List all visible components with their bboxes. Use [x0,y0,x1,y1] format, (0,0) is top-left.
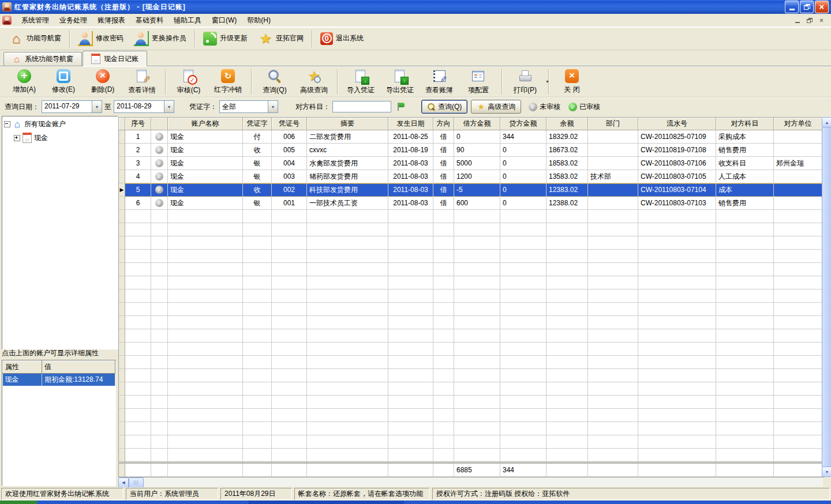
empty-cell [433,343,454,356]
dropdown-arrow-icon[interactable]: ▼ [545,80,549,84]
config-button[interactable]: 项配置 [459,68,498,96]
empty-cell [716,343,774,356]
column-header-serial[interactable]: 流水号 [638,118,716,130]
voucher-word-select[interactable]: 全部 [219,100,278,113]
chevron-down-icon[interactable] [164,101,174,112]
table-row[interactable]: ▶5现金收002科技部发货费用2011-08-03借-5012383.02CW-… [119,183,822,197]
tree-item-all-cash-accounts[interactable]: 所有现金账户 [3,118,117,131]
scroll-down-icon[interactable] [822,467,831,477]
column-header-debit[interactable]: 借方金额 [454,118,500,130]
empty-cell [151,382,168,396]
minimize-button[interactable] [785,1,799,13]
mdi-close-button[interactable]: × [817,16,826,25]
menu-item[interactable]: 帮助(H) [242,14,276,27]
closebig-button[interactable]: 关 闭 [552,68,592,96]
print-button[interactable]: 打印(P)▼ [506,68,545,96]
flag-icon[interactable] [396,101,405,112]
column-header-unit[interactable]: 对方单位 [774,118,822,130]
prop-cell: 期初金额:13128.74 [42,374,115,386]
column-header-balance[interactable]: 余额 [546,118,588,130]
table-row[interactable]: 3现金银004水禽部发货费用2011-08-03借5000018583.02CW… [119,157,822,170]
empty-cell [774,250,822,263]
audit-button[interactable]: 审核(C) [169,68,208,96]
query-date-label: 查询日期： [5,102,39,112]
add-button[interactable]: 增加(A) [5,68,44,96]
close-button[interactable] [815,1,829,13]
column-header-no[interactable]: 凭证号 [272,118,307,130]
exit-button[interactable]: 退出系统 [315,30,369,47]
column-header-seq[interactable]: 序号 [125,118,151,130]
update-button[interactable]: 升级更新 [198,29,253,48]
mdi-minimize-button[interactable] [792,16,802,25]
chevron-down-icon[interactable] [268,101,278,112]
redflush-button[interactable]: 红字冲销 [208,68,248,96]
chevron-down-icon[interactable] [92,101,102,112]
column-header-summary[interactable]: 摘要 [307,118,388,130]
delete-button[interactable]: 删除(D) [83,68,122,96]
menu-item[interactable]: 基础资料 [130,14,169,27]
column-header-check[interactable] [151,118,168,130]
operator-button[interactable]: 更换操作员 [129,29,192,48]
export-button[interactable]: 导出凭证 [380,68,420,96]
menu-item[interactable]: 账簿报表 [92,14,130,27]
mdi-restore-button[interactable] [804,16,814,25]
query-button[interactable]: 查询(Q) [421,100,467,114]
empty-cell [243,435,272,449]
column-header-credit[interactable]: 贷方金额 [500,118,546,130]
website-button[interactable]: 亚拓官网 [253,29,309,48]
menu-item[interactable]: 系统管理 [16,14,54,27]
unaudited-label: 未审核 [540,102,560,112]
column-header-dir[interactable]: 方向 [433,118,454,130]
row-indicator [119,144,125,157]
vertical-scroll-thumb[interactable] [822,127,831,467]
restore-button[interactable] [800,1,814,13]
horizontal-scrollbar[interactable] [118,477,823,487]
empty-cell [500,329,546,343]
empty-cell [243,316,272,329]
column-header-word[interactable]: 凭证字 [243,118,272,130]
empty-cell [454,396,500,409]
edit-button[interactable]: 修改(E) [44,68,83,96]
button-label: 功能导航窗 [27,33,61,43]
password-button[interactable]: 修改密码 [73,29,129,48]
empty-cell [272,263,307,276]
menu-item[interactable]: 窗口(W) [207,14,242,27]
empty-cell [243,210,272,223]
cell-debit: 1200 [454,170,500,183]
tab-cash-journal[interactable]: 现金日记账 [83,51,147,66]
minus-expander-icon[interactable] [4,121,10,127]
advanced-query-button[interactable]: 高级查询 [471,100,521,114]
search-button[interactable]: 查询(Q) [255,68,294,96]
table-row[interactable]: 2现金收005cxvxc2011-08-19借90018673.02CW-201… [119,144,822,157]
date-to-select[interactable]: 2011-08-29 [114,100,174,113]
menu-item[interactable]: 辅助工具 [169,14,207,27]
home-button[interactable]: 功能导航窗 [3,29,66,48]
column-header-account[interactable]: 账户名称 [168,118,243,130]
plus-expander-icon[interactable] [14,135,20,141]
column-header-opposite[interactable]: 对方科目 [716,118,774,130]
tree-item-cash[interactable]: 现金 [13,131,117,145]
date-from-select[interactable]: 2011-07-29 [42,100,102,113]
advsearch-button[interactable]: 高级查询 [294,68,334,96]
book-button[interactable]: 查看账簿 [420,68,459,96]
scroll-left-icon[interactable] [118,477,129,488]
empty-cell [716,422,774,435]
row-indicator [119,449,125,462]
column-header-dept[interactable]: 部门 [588,118,638,130]
table-row[interactable]: 4现金银003猪药部发货费用2011-08-03借1200013583.02技术… [119,170,822,183]
prop-row[interactable]: 现金期初金额:13128.74 [3,374,115,386]
table-row[interactable]: 6现金银001一部技术员工资2011-08-03借600012388.02CW-… [119,197,822,210]
empty-cell [716,409,774,422]
detail-button[interactable]: 查看详情 [122,68,162,96]
table-row[interactable]: 1现金付006二部发货费用2011-08-25借034418329.02CW-2… [119,130,822,144]
column-header-date[interactable]: 发生日期 [388,118,433,130]
vertical-scrollbar[interactable] [822,117,831,477]
empty-cell [500,422,546,435]
scroll-up-icon[interactable] [822,117,831,127]
tab-system-nav[interactable]: 系统功能导航窗 [3,52,82,66]
horizontal-scroll-thumb[interactable] [129,477,144,488]
menu-item[interactable]: 业务处理 [54,14,92,27]
import-button[interactable]: 导入凭证 [341,68,380,96]
opposite-account-input[interactable] [332,101,391,112]
home-tree-icon [13,120,22,129]
